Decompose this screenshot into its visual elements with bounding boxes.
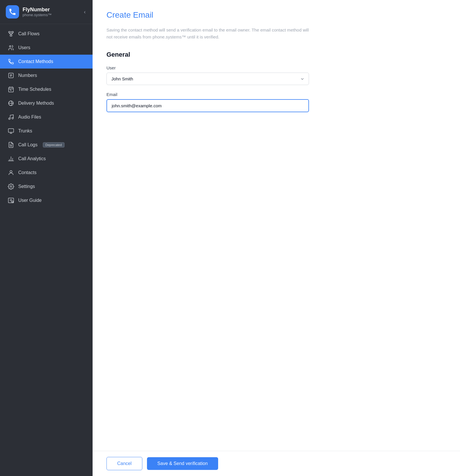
audio-files-icon bbox=[8, 114, 14, 120]
sidebar-item-label: Call Logs bbox=[18, 142, 38, 147]
delivery-methods-icon bbox=[8, 100, 14, 106]
brand-subtitle: phone.systems™ bbox=[23, 13, 51, 17]
footer-actions: Cancel Save & Send verification bbox=[93, 451, 460, 476]
brand-text: FlyNumber phone.systems™ bbox=[23, 7, 51, 17]
brand: FlyNumber phone.systems™ bbox=[6, 5, 51, 19]
svg-point-14 bbox=[9, 118, 10, 120]
deprecated-badge: Deprecated bbox=[43, 142, 65, 147]
sidebar-item-label: Contacts bbox=[18, 170, 36, 175]
svg-point-24 bbox=[10, 171, 12, 173]
contact-methods-icon bbox=[8, 58, 14, 65]
sidebar-nav: Call Flows Users Contact Methods Numbers bbox=[0, 24, 93, 476]
sidebar-item-user-guide[interactable]: User Guide bbox=[0, 193, 93, 207]
sidebar-item-label: Users bbox=[18, 45, 30, 50]
sidebar-item-call-flows[interactable]: Call Flows bbox=[0, 27, 93, 41]
svg-rect-9 bbox=[9, 87, 14, 92]
sidebar-item-call-analytics[interactable]: Call Analytics bbox=[0, 152, 93, 166]
sidebar-item-trunks[interactable]: Trunks bbox=[0, 124, 93, 138]
info-message: Saving the contact method will send a ve… bbox=[106, 27, 309, 40]
brand-name: FlyNumber bbox=[23, 7, 51, 13]
sidebar: FlyNumber phone.systems™ ‹ Call Flows Us… bbox=[0, 0, 93, 476]
call-logs-icon bbox=[8, 142, 14, 148]
email-field-group: Email bbox=[106, 92, 446, 112]
trunks-icon bbox=[8, 128, 14, 134]
main-content-area: Create Email Saving the contact method w… bbox=[93, 0, 460, 476]
svg-rect-16 bbox=[8, 129, 14, 132]
sidebar-item-label: Audio Files bbox=[18, 115, 41, 120]
sidebar-item-contact-methods[interactable]: Contact Methods bbox=[0, 55, 93, 69]
sidebar-item-label: Time Schedules bbox=[18, 87, 51, 92]
email-label: Email bbox=[106, 92, 446, 97]
svg-point-25 bbox=[10, 186, 12, 187]
sidebar-item-contacts[interactable]: Contacts bbox=[0, 166, 93, 180]
brand-logo bbox=[6, 5, 19, 19]
sidebar-collapse-button[interactable]: ‹ bbox=[83, 8, 87, 16]
call-analytics-icon bbox=[8, 156, 14, 162]
sidebar-item-label: Delivery Methods bbox=[18, 101, 54, 106]
cancel-button[interactable]: Cancel bbox=[106, 457, 142, 470]
sidebar-item-label: Call Flows bbox=[18, 31, 40, 36]
sidebar-item-label: Call Analytics bbox=[18, 156, 46, 161]
sidebar-item-settings[interactable]: Settings bbox=[0, 180, 93, 193]
user-select[interactable]: John Smith Jane Doe Admin User bbox=[106, 73, 309, 85]
email-input[interactable] bbox=[106, 99, 309, 112]
numbers-icon bbox=[8, 72, 14, 79]
call-flows-icon bbox=[8, 31, 14, 37]
settings-icon bbox=[8, 183, 14, 190]
sidebar-item-label: Contact Methods bbox=[18, 59, 53, 64]
contacts-icon bbox=[8, 169, 14, 176]
sidebar-header: FlyNumber phone.systems™ ‹ bbox=[0, 0, 93, 24]
user-field-group: User John Smith Jane Doe Admin User bbox=[106, 65, 446, 85]
sidebar-item-label: Trunks bbox=[18, 128, 32, 134]
sidebar-item-label: Numbers bbox=[18, 73, 37, 78]
page-title: Create Email bbox=[106, 10, 446, 20]
user-label: User bbox=[106, 65, 446, 70]
sidebar-item-delivery-methods[interactable]: Delivery Methods bbox=[0, 96, 93, 110]
svg-point-15 bbox=[12, 117, 14, 119]
sidebar-item-numbers[interactable]: Numbers bbox=[0, 69, 93, 82]
sidebar-item-users[interactable]: Users bbox=[0, 41, 93, 55]
time-schedules-icon bbox=[8, 86, 14, 93]
phone-icon bbox=[8, 8, 16, 16]
sidebar-item-label: User Guide bbox=[18, 198, 42, 203]
sidebar-item-label: Settings bbox=[18, 184, 35, 189]
user-guide-icon bbox=[8, 197, 14, 204]
svg-point-7 bbox=[10, 46, 11, 47]
save-send-verification-button[interactable]: Save & Send verification bbox=[147, 457, 218, 470]
main-content: Create Email Saving the contact method w… bbox=[93, 0, 460, 451]
sidebar-item-audio-files[interactable]: Audio Files bbox=[0, 110, 93, 124]
users-icon bbox=[8, 45, 14, 51]
section-title: General bbox=[106, 51, 446, 58]
sidebar-item-time-schedules[interactable]: Time Schedules bbox=[0, 82, 93, 96]
sidebar-item-call-logs[interactable]: Call Logs Deprecated bbox=[0, 138, 93, 152]
